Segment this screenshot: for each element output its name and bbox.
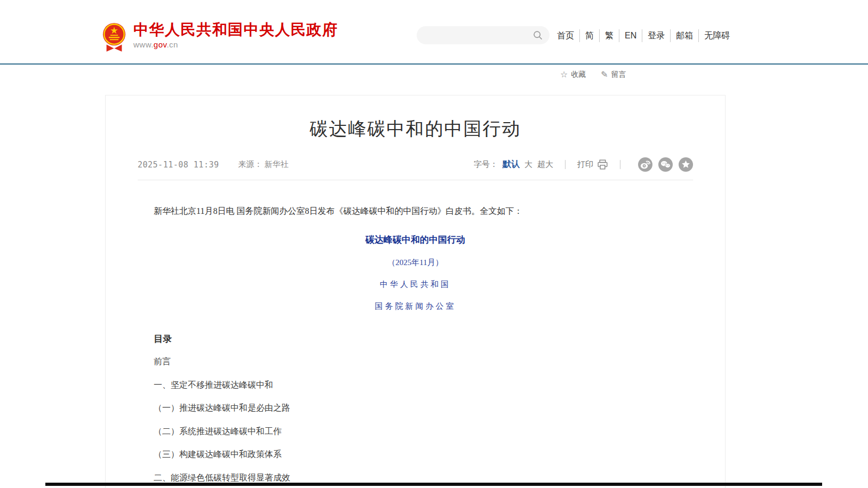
toc-item: 一、坚定不移推进碳达峰碳中和 [154,374,677,397]
divider [620,160,620,169]
toc-heading: 目录 [154,333,677,345]
lead-paragraph: 新华社北京11月8日电 国务院新闻办公室8日发布《碳达峰碳中和的中国行动》白皮书… [154,206,677,217]
favorite-label: 收藏 [571,70,586,79]
toc-item: （三）构建碳达峰碳中和政策体系 [154,443,677,467]
qzone-share-icon[interactable] [679,157,693,172]
comment-label: 留言 [611,70,626,79]
site-title: 中华人民共和国中央人民政府 [133,21,338,38]
wechat-share-icon[interactable] [658,157,673,172]
favorite-button[interactable]: ☆ 收藏 [560,70,586,79]
document-date: （2025年11月） [154,258,677,268]
url-cn: .cn [166,40,178,49]
printer-icon [597,159,608,170]
bottom-edge-bar [45,483,822,486]
document-title: 碳达峰碳中和的中国行动 [154,234,677,246]
font-size-large[interactable]: 大 [524,159,532,170]
table-of-contents: 前言一、坚定不移推进碳达峰碳中和（一）推进碳达峰碳中和是必由之路（二）系统推进碳… [154,350,677,488]
top-nav-item[interactable]: 首页 [557,29,574,42]
top-nav-item[interactable]: 繁 [599,29,614,42]
toc-item: 前言 [154,350,677,374]
article-action-bar: ☆ 收藏 ✎ 留言 [560,70,626,79]
top-nav-item[interactable]: 邮箱 [670,29,693,42]
article-body: 新华社北京11月8日电 国务院新闻办公室8日发布《碳达峰碳中和的中国行动》白皮书… [154,206,677,488]
top-nav-item[interactable]: 登录 [642,29,665,42]
url-www: www. [133,40,154,49]
meta-right: 字号： 默认 大 超大 打印 [474,157,693,172]
article-meta-bar: 2025-11-08 11:39 来源： 新华社 字号： 默认 大 超大 打印 [138,157,693,180]
site-url: www.gov.cn [133,40,338,49]
top-nav: 首页简繁EN登录邮箱无障碍 [557,29,730,42]
divider [565,160,566,169]
source-label: 来源： [238,159,262,169]
url-gov: gov [154,40,167,49]
top-nav-item[interactable]: EN [619,29,636,42]
source: 来源： 新华社 [238,159,289,170]
print-button[interactable]: 打印 [577,159,608,170]
toc-item: （一）推进碳达峰碳中和是必由之路 [154,397,677,420]
article-panel: 碳达峰碳中和的中国行动 2025-11-08 11:39 来源： 新华社 字号：… [105,95,726,488]
site-logo[interactable]: 中华人民共和国中央人民政府 www.gov.cn [102,21,338,52]
logo-text: 中华人民共和国中央人民政府 www.gov.cn [133,21,338,49]
national-emblem-icon [102,21,126,52]
search-input[interactable] [417,31,532,39]
weibo-share-icon[interactable] [638,157,652,172]
site-header: 中华人民共和国中央人民政府 www.gov.cn 首页简繁EN登录邮箱无障碍 [0,0,868,65]
search-icon[interactable] [532,30,543,41]
document-org-line2: 国务院新闻办公室 [154,301,677,311]
comment-button[interactable]: ✎ 留言 [601,70,626,79]
document-org-line1: 中华人民共和国 [154,279,677,290]
source-value[interactable]: 新华社 [265,159,289,169]
meta-left: 2025-11-08 11:39 来源： 新华社 [138,159,289,170]
star-outline-icon: ☆ [560,70,568,79]
top-nav-item[interactable]: 无障碍 [698,29,730,42]
publish-date: 2025-11-08 11:39 [138,160,219,170]
font-size-xlarge[interactable]: 超大 [537,159,553,170]
search-box[interactable] [417,26,550,44]
pencil-icon: ✎ [601,70,608,79]
font-size-label: 字号： [474,159,498,170]
print-label: 打印 [577,159,593,170]
page-title: 碳达峰碳中和的中国行动 [106,118,725,139]
top-nav-item[interactable]: 简 [579,29,594,42]
toc-item: （二）系统推进碳达峰碳中和工作 [154,420,677,444]
font-size-default[interactable]: 默认 [503,159,520,170]
